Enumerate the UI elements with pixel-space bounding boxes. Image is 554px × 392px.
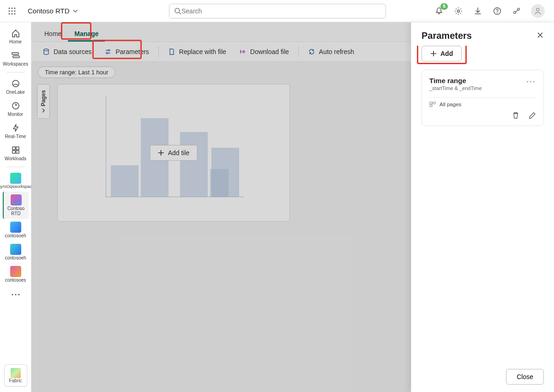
database-icon xyxy=(42,48,50,55)
search-icon xyxy=(174,7,181,15)
svg-point-16 xyxy=(536,8,539,11)
rtd-icon xyxy=(11,194,22,205)
svg-rect-17 xyxy=(12,53,18,54)
search-box[interactable] xyxy=(169,4,386,18)
nav-onelake[interactable]: OneLake xyxy=(3,75,29,97)
parameter-title: Time range xyxy=(429,77,482,84)
es-icon xyxy=(10,266,21,277)
svg-point-9 xyxy=(175,8,180,13)
svg-point-3 xyxy=(9,10,10,12)
divider xyxy=(158,46,159,57)
nav-contosoes[interactable]: contosoes xyxy=(3,263,29,285)
onelake-icon xyxy=(10,78,21,89)
close-icon xyxy=(536,31,544,39)
nav-realtime[interactable]: Real-Time xyxy=(3,120,29,142)
workspace-title-dropdown[interactable]: Contoso RTD xyxy=(28,7,78,15)
divider xyxy=(429,97,536,98)
svg-rect-22 xyxy=(16,147,19,150)
parameters-icon xyxy=(104,48,112,55)
app-launcher-icon[interactable] xyxy=(5,4,19,18)
parameter-card-time-range[interactable]: Time range _startTime & _endTime ··· All… xyxy=(422,70,544,126)
svg-point-26 xyxy=(15,294,16,295)
nav-fabric[interactable]: Fabric xyxy=(4,364,27,386)
svg-rect-21 xyxy=(12,147,15,150)
time-range-chip[interactable]: Time range: Last 1 hour xyxy=(38,66,115,78)
home-icon xyxy=(10,28,21,39)
nav-more[interactable] xyxy=(3,286,29,303)
svg-rect-23 xyxy=(12,151,15,153)
tab-home[interactable]: Home xyxy=(38,26,68,42)
nav-workspaces[interactable]: Workspaces xyxy=(3,47,29,69)
svg-point-8 xyxy=(14,13,16,14)
panel-close-footer-button[interactable]: Close xyxy=(506,369,544,385)
refresh-icon xyxy=(308,48,315,55)
add-tile-button[interactable]: Add tile xyxy=(150,145,198,161)
svg-point-11 xyxy=(458,10,460,12)
parameters-panel: Parameters Add Time range _startTime & _… xyxy=(411,22,554,392)
notifications-button[interactable]: 6 xyxy=(434,6,444,16)
workspaces-icon xyxy=(10,50,21,61)
chevron-right-icon xyxy=(41,108,46,113)
plus-icon xyxy=(158,150,164,156)
divider xyxy=(298,46,299,57)
tab-manage[interactable]: Manage xyxy=(68,26,105,42)
parameter-scope: All pages xyxy=(429,102,536,107)
svg-point-27 xyxy=(18,294,19,295)
svg-rect-33 xyxy=(430,105,432,107)
svg-rect-32 xyxy=(433,102,435,104)
settings-button[interactable] xyxy=(453,6,464,16)
notifications-badge: 6 xyxy=(440,3,448,10)
svg-point-6 xyxy=(9,13,10,14)
edit-parameter-button[interactable] xyxy=(529,112,536,121)
svg-point-30 xyxy=(107,52,108,54)
svg-rect-18 xyxy=(13,56,19,58)
ws-icon xyxy=(10,173,21,184)
eh-icon xyxy=(10,222,21,233)
account-avatar[interactable] xyxy=(531,4,545,18)
parameter-more-menu[interactable]: ··· xyxy=(526,77,536,86)
nav-workloads[interactable]: Workloads xyxy=(3,142,29,164)
ellipsis-icon xyxy=(10,289,21,300)
fabric-icon xyxy=(11,368,21,378)
workloads-icon xyxy=(10,145,21,156)
svg-point-14 xyxy=(514,11,516,13)
cmd-auto-refresh[interactable]: Auto refresh xyxy=(302,45,360,58)
pages-flyout[interactable]: Pages xyxy=(37,84,50,119)
cmd-download-file[interactable]: Download file xyxy=(234,45,295,58)
svg-point-7 xyxy=(12,13,13,14)
nav-home[interactable]: Home xyxy=(3,25,29,47)
nav-contosoeh-2[interactable]: contosoeh xyxy=(3,241,29,263)
svg-point-2 xyxy=(14,7,16,9)
dashboard-tile: Add tile xyxy=(57,84,290,222)
workspace-title: Contoso RTD xyxy=(28,7,70,15)
svg-point-0 xyxy=(9,7,10,9)
download-button[interactable] xyxy=(473,6,483,16)
nav-contoso-rtd[interactable]: Contoso RTD xyxy=(3,192,29,219)
help-button[interactable] xyxy=(492,6,502,16)
file-icon xyxy=(168,48,175,55)
nav-monitor[interactable]: Monitor xyxy=(3,97,29,120)
svg-point-1 xyxy=(12,7,13,9)
cmd-replace-file[interactable]: Replace with file xyxy=(163,45,232,58)
nav-my-workspace[interactable]: myAIOqsworkspace xyxy=(3,170,29,192)
delete-parameter-button[interactable] xyxy=(512,112,519,121)
chevron-down-icon xyxy=(72,8,78,14)
svg-rect-31 xyxy=(430,102,432,104)
svg-point-29 xyxy=(108,49,110,51)
search-input[interactable] xyxy=(181,7,381,15)
left-nav: Home Workspaces OneLake Monitor Real-Tim… xyxy=(0,22,31,392)
realtime-icon xyxy=(10,122,21,133)
nav-contosoeh-1[interactable]: contosoeh xyxy=(3,219,29,241)
eh-icon xyxy=(10,244,21,255)
pencil-icon xyxy=(529,112,536,119)
svg-point-25 xyxy=(12,294,13,295)
feedback-button[interactable] xyxy=(512,6,522,16)
panel-close-button[interactable] xyxy=(536,31,544,41)
panel-title: Parameters xyxy=(422,30,472,41)
svg-point-4 xyxy=(12,10,13,12)
cmd-parameters[interactable]: Parameters xyxy=(99,45,154,58)
svg-point-5 xyxy=(14,10,16,12)
monitor-icon xyxy=(10,100,21,111)
add-parameter-button[interactable]: Add xyxy=(422,46,462,61)
cmd-data-sources[interactable]: Data sources xyxy=(37,45,97,58)
